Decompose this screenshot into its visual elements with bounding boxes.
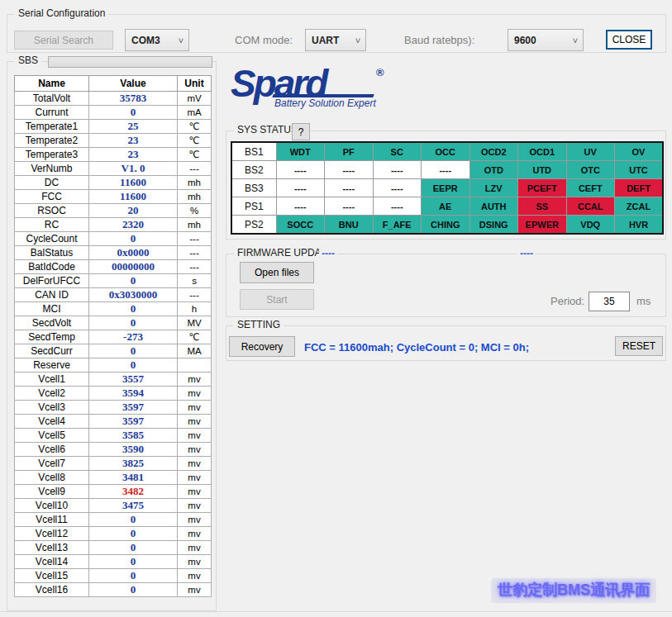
sbs-row-rc: RC2320mh bbox=[15, 218, 212, 232]
serial-search-button[interactable]: Serial Search bbox=[14, 31, 113, 50]
sys-status-row-ps2: PS2SOCCBNUF_AFECHINGDSINGEPWERVDQHVR bbox=[231, 216, 663, 235]
sys-status-cell-uv: UV bbox=[566, 142, 615, 161]
sys-status-cell-epwer: EPWER bbox=[518, 216, 567, 235]
firmware-progress-status: ---- bbox=[517, 248, 536, 259]
sbs-unit-cell: mv bbox=[178, 401, 212, 415]
close-button[interactable]: CLOSE bbox=[606, 30, 652, 50]
chevron-down-icon: ˅ bbox=[350, 36, 365, 45]
bottom-divider bbox=[0, 611, 672, 612]
sbs-row-temperate3: Temperate323℃ bbox=[15, 148, 212, 162]
sbs-name-cell: Vcell6 bbox=[15, 443, 89, 457]
sbs-unit-cell: ℃ bbox=[178, 330, 212, 344]
sbs-unit-cell: --- bbox=[178, 246, 212, 260]
start-button[interactable]: Start bbox=[240, 289, 314, 310]
sbs-value-cell: 0 bbox=[89, 302, 178, 316]
sbs-value-cell: 0 bbox=[89, 274, 178, 288]
sbs-row-secdtemp: SecdTemp-273℃ bbox=[15, 330, 212, 344]
sys-row-label: PS2 bbox=[231, 216, 276, 235]
sbs-value-cell: V1. 0 bbox=[89, 162, 178, 176]
sys-status-cell-f_afe: F_AFE bbox=[373, 216, 422, 235]
open-files-button[interactable]: Open files bbox=[240, 262, 314, 283]
recovery-button[interactable]: Recovery bbox=[229, 336, 295, 357]
sys-status-cell-empty: ---- bbox=[325, 161, 374, 179]
sbs-value-cell: 0 bbox=[89, 569, 178, 583]
sys-status-cell-empty: ---- bbox=[276, 197, 325, 216]
sbs-title: SBS bbox=[15, 55, 41, 66]
sbs-value-cell: 23 bbox=[89, 134, 178, 148]
sbs-name-cell: Vcell1 bbox=[15, 373, 89, 387]
watermark-text: 世豹定制BMS通讯界面 bbox=[491, 578, 656, 603]
sbs-name-cell: Currunt bbox=[15, 106, 89, 120]
sys-status-row-bs3: BS3------------EEPRLZVPCEFTCEFTDEFT bbox=[231, 179, 663, 197]
period-input[interactable]: 35 bbox=[589, 292, 630, 311]
sys-status-cell-dsing: DSING bbox=[469, 216, 518, 235]
sbs-unit-cell: MV bbox=[178, 316, 212, 330]
sys-status-cell-empty: ---- bbox=[325, 179, 374, 197]
registered-trademark-icon: ® bbox=[376, 66, 384, 78]
sbs-row-vcell3: Vcell33597mv bbox=[15, 401, 212, 415]
sbs-unit-cell: mv bbox=[178, 415, 212, 429]
sbs-value-cell: 3597 bbox=[89, 415, 178, 429]
sys-status-cell-lzv: LZV bbox=[469, 179, 518, 197]
sys-status-row-ps1: PS1------------AEAUTHSSCCALZCAL bbox=[231, 197, 663, 216]
sbs-value-cell: 3481 bbox=[89, 471, 178, 485]
sbs-name-cell: Vcell4 bbox=[15, 415, 89, 429]
sys-row-label: BS1 bbox=[231, 142, 276, 161]
sys-status-cell-empty: ---- bbox=[422, 161, 470, 179]
sys-status-cell-utc: UTC bbox=[615, 161, 664, 179]
sbs-name-cell: FCC bbox=[15, 190, 89, 204]
sys-status-cell-ching: CHING bbox=[422, 216, 470, 235]
sys-row-label: PS1 bbox=[231, 197, 276, 216]
sbs-name-cell: CAN ID bbox=[15, 288, 89, 302]
sys-status-cell-vdq: VDQ bbox=[566, 216, 615, 235]
help-button[interactable]: ? bbox=[292, 123, 310, 140]
sbs-name-cell: Vcell7 bbox=[15, 457, 89, 471]
sys-status-cell-empty: ---- bbox=[276, 179, 325, 197]
sbs-row-mci: MCI0h bbox=[15, 302, 212, 316]
sys-status-cell-socc: SOCC bbox=[276, 216, 325, 235]
sbs-row-vcell11: Vcell110mv bbox=[15, 513, 212, 527]
sbs-unit-cell: mA bbox=[178, 106, 212, 120]
com-port-select[interactable]: COM3 ˅ bbox=[125, 29, 189, 51]
sbs-unit-cell: mv bbox=[178, 485, 212, 499]
sys-status-cell-ceft: CEFT bbox=[566, 179, 615, 197]
sbs-unit-cell: mh bbox=[178, 190, 212, 204]
sbs-unit-cell: ℃ bbox=[178, 120, 212, 134]
baud-rate-label: Baud ratebps): bbox=[404, 34, 474, 46]
com-mode-value: UART bbox=[306, 35, 350, 46]
sbs-row-vernumb: VerNumbV1. 0--- bbox=[15, 162, 212, 176]
sys-status-cell-pceft: PCEFT bbox=[518, 179, 567, 197]
sbs-name-cell: Vcell3 bbox=[15, 401, 89, 415]
sys-status-row-bs2: BS2----------------OTDUTDOTCUTC bbox=[231, 161, 663, 179]
sbs-value-cell: 0 bbox=[89, 358, 178, 373]
sys-status-cell-sc: SC bbox=[373, 142, 422, 161]
sbs-value-cell: 3557 bbox=[89, 373, 178, 387]
baud-rate-select[interactable]: 9600 ˅ bbox=[508, 29, 584, 51]
period-unit-label: ms bbox=[636, 295, 651, 307]
sbs-name-cell: Reserve bbox=[15, 358, 89, 373]
sbs-value-cell: 0x3030000 bbox=[89, 288, 178, 302]
sys-status-cell-ae: AE bbox=[422, 197, 470, 216]
sbs-unit-cell: mv bbox=[178, 569, 212, 583]
reset-button[interactable]: RESET bbox=[615, 336, 663, 356]
sbs-unit-cell bbox=[178, 358, 212, 373]
sys-status-title: SYS STATUS bbox=[234, 124, 301, 135]
sbs-value-cell: 20 bbox=[89, 204, 178, 218]
sbs-row-batidcode: BatIdCode00000000--- bbox=[15, 260, 212, 274]
sbs-unit-cell: mv bbox=[178, 527, 212, 541]
sys-status-row-bs1: BS1WDTPFSCOCCOCD2OCD1UVOV bbox=[231, 142, 663, 161]
sbs-value-cell: 0 bbox=[89, 344, 178, 358]
sbs-name-cell: Vcell2 bbox=[15, 387, 89, 401]
com-mode-select[interactable]: UART ˅ bbox=[305, 29, 366, 51]
sbs-unit-cell: MA bbox=[178, 344, 212, 358]
sbs-row-vcell7: Vcell73825mv bbox=[15, 457, 212, 471]
sbs-unit-cell: ℃ bbox=[178, 148, 212, 162]
sbs-value-cell: 23 bbox=[89, 148, 178, 162]
sbs-value-cell: 0 bbox=[89, 316, 178, 330]
sbs-value-cell: 11600 bbox=[89, 176, 178, 190]
sys-status-cell-auth: AUTH bbox=[469, 197, 518, 216]
sbs-row-fcc: FCC11600mh bbox=[15, 190, 212, 204]
sbs-value-cell: 3475 bbox=[89, 499, 178, 513]
sbs-name-cell: Temperate1 bbox=[15, 120, 89, 134]
sys-status-cell-ocd2: OCD2 bbox=[469, 142, 518, 161]
